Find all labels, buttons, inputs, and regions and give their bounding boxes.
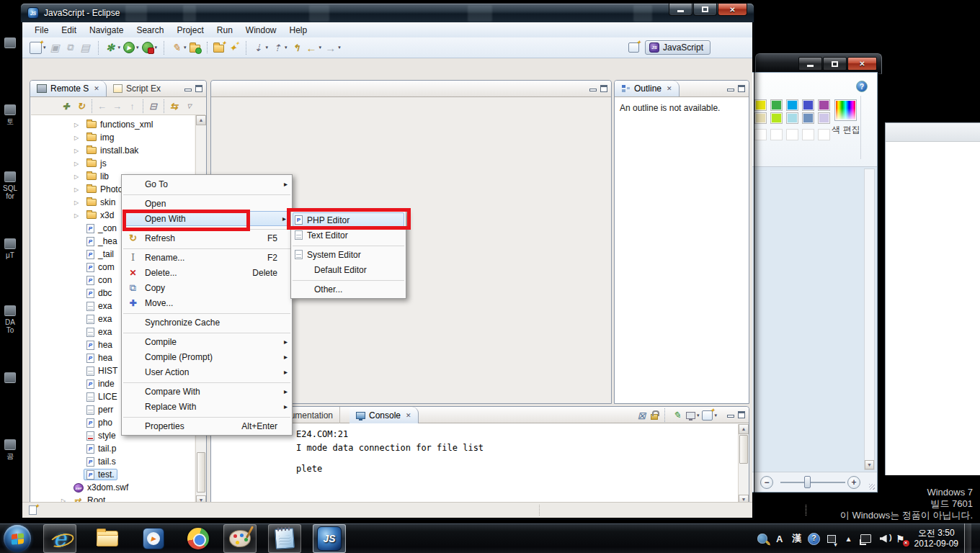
explorer-toolbar-button[interactable] <box>74 99 89 113</box>
taskbar-app-button[interactable] <box>268 524 301 553</box>
color-swatch-empty[interactable] <box>786 129 798 140</box>
color-swatch-empty[interactable] <box>802 129 814 140</box>
close-button[interactable]: ✕ <box>847 57 877 71</box>
explorer-toolbar-button[interactable] <box>143 99 161 113</box>
close-button[interactable]: ✕ <box>718 4 747 16</box>
toolbar-button[interactable] <box>289 41 304 55</box>
menu-item[interactable]: Navigate <box>83 24 130 37</box>
submenu-item[interactable]: Text Editor <box>291 228 406 243</box>
color-swatch[interactable] <box>802 99 814 111</box>
color-swatch[interactable] <box>818 112 830 124</box>
minimize-panel-icon[interactable] <box>184 89 192 91</box>
desktop-shortcut[interactable]: 곰 <box>0 429 20 496</box>
taskbar-app-button[interactable] <box>91 524 124 553</box>
console-output[interactable]: E24.COM:21I mode data connection for fil… <box>212 424 737 505</box>
toolbar-button[interactable] <box>98 41 122 55</box>
color-swatch[interactable] <box>786 99 798 111</box>
close-icon[interactable]: ✕ <box>94 85 99 92</box>
maximize-panel-icon[interactable] <box>738 85 745 92</box>
tab-outline[interactable]: Outline ✕ <box>615 81 680 96</box>
tree-item[interactable]: test. <box>31 468 195 481</box>
tray-icon[interactable] <box>860 532 873 545</box>
context-menu-item[interactable]: Compile (Prompt) <box>122 349 292 364</box>
explorer-toolbar-button[interactable] <box>164 99 182 113</box>
perspective-javascript-button[interactable]: JS JavaScript <box>645 40 710 55</box>
tray-icon[interactable] <box>808 532 821 545</box>
context-menu-item[interactable]: Copy <box>122 280 292 295</box>
toolbar-button[interactable] <box>141 41 159 54</box>
expand-arrow-icon[interactable] <box>74 199 84 206</box>
tree-item[interactable]: js <box>31 157 195 170</box>
toolbar-button[interactable] <box>207 42 226 53</box>
tray-icon[interactable] <box>894 532 907 545</box>
minimize-panel-icon[interactable] <box>727 415 734 418</box>
console-toolbar-button[interactable] <box>700 410 718 421</box>
context-menu-item[interactable]: Properties Alt+Enter <box>122 418 292 433</box>
maximize-panel-icon[interactable] <box>195 85 202 92</box>
taskbar-app-button[interactable]: JS <box>313 524 346 553</box>
console-vertical-scrollbar[interactable]: ▲ ▼ <box>738 424 749 505</box>
start-button[interactable] <box>4 525 31 552</box>
tree-item[interactable]: functions_xml <box>31 118 195 131</box>
explorer-toolbar-button[interactable] <box>58 99 74 113</box>
maximize-button[interactable] <box>693 4 717 16</box>
toolbar-button[interactable] <box>323 41 342 55</box>
color-swatch[interactable] <box>802 112 814 124</box>
expand-arrow-icon[interactable] <box>74 174 84 180</box>
context-menu-item[interactable]: Compile <box>122 334 292 349</box>
menu-item[interactable]: Project <box>170 24 210 37</box>
toolbar-button[interactable] <box>122 41 141 54</box>
color-swatch-empty[interactable] <box>770 129 783 140</box>
maximize-button[interactable] <box>823 57 847 71</box>
titlebar[interactable]: JS JavaScript - Eclipse ✕ <box>21 4 754 22</box>
minimize-panel-icon[interactable] <box>727 89 734 91</box>
explorer-toolbar-button[interactable] <box>92 99 110 113</box>
context-menu-item[interactable]: Delete... Delete <box>122 265 292 280</box>
console-toolbar-button[interactable] <box>685 411 701 420</box>
color-swatch[interactable] <box>754 112 767 124</box>
scrollbar-thumb[interactable] <box>197 452 205 493</box>
menu-item[interactable]: Search <box>130 24 170 37</box>
scroll-up-icon[interactable]: ▲ <box>739 424 749 434</box>
tray-icon[interactable]: A <box>773 532 786 545</box>
toolbar-button[interactable] <box>246 41 270 55</box>
open-perspective-button[interactable] <box>627 42 641 53</box>
tree-item[interactable]: install.bak <box>31 144 195 157</box>
minimize-button[interactable] <box>669 4 692 16</box>
tab-remote-systems[interactable]: Remote S ✕ <box>30 81 107 96</box>
desktop-shortcut[interactable] <box>0 362 20 429</box>
tray-icon[interactable] <box>842 532 855 545</box>
context-menu-item[interactable]: Compare With <box>122 384 292 399</box>
tray-icon[interactable] <box>877 532 890 545</box>
explorer-toolbar-button[interactable] <box>125 99 140 113</box>
close-icon[interactable]: ✕ <box>406 412 411 419</box>
context-menu-item[interactable]: User Action <box>122 364 292 379</box>
expand-arrow-icon[interactable] <box>74 212 84 219</box>
desktop-shortcut[interactable]: μT <box>0 228 20 295</box>
minimize-panel-icon[interactable] <box>589 89 597 91</box>
minimize-button[interactable] <box>798 57 822 71</box>
console-toolbar-button[interactable] <box>664 408 685 422</box>
submenu-item[interactable]: Default Editor <box>291 262 406 277</box>
color-swatch[interactable] <box>786 112 798 124</box>
color-swatch[interactable] <box>770 112 783 124</box>
tree-item[interactable]: x3dom.swf <box>31 481 195 494</box>
scroll-down-icon[interactable]: ▼ <box>865 460 874 469</box>
toolbar-button[interactable] <box>270 41 289 55</box>
taskbar-app-button[interactable] <box>182 524 215 553</box>
maximize-panel-icon[interactable] <box>738 411 745 418</box>
toolbar-button[interactable] <box>78 41 93 55</box>
close-icon[interactable]: ✕ <box>667 85 672 92</box>
menu-item[interactable]: Edit <box>55 24 83 37</box>
desktop-shortcut[interactable]: DA To <box>0 295 20 362</box>
desktop-shortcut[interactable] <box>0 27 20 94</box>
menu-item[interactable]: Window <box>239 24 283 37</box>
edit-colors-icon[interactable] <box>834 99 857 121</box>
tab-console[interactable]: Console ✕ <box>349 407 419 423</box>
toolbar-button[interactable] <box>304 41 324 55</box>
expand-arrow-icon[interactable] <box>74 122 84 128</box>
toolbar-button[interactable] <box>28 41 48 55</box>
tree-item[interactable]: tail.p <box>31 442 195 455</box>
menu-item[interactable]: Run <box>210 24 239 37</box>
context-menu-item[interactable]: Move... <box>122 295 292 310</box>
